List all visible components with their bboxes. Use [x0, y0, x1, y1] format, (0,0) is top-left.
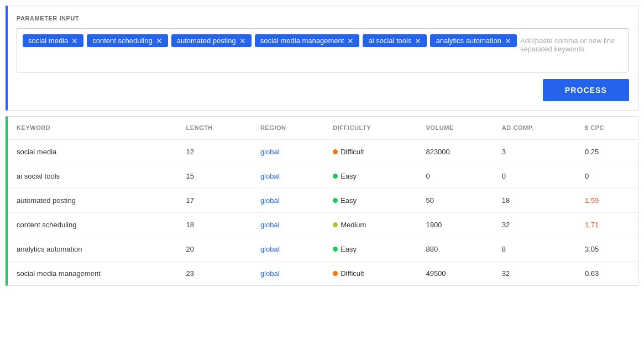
- difficulty-dot-0: [333, 149, 338, 154]
- cell-length-4: 20: [177, 237, 252, 262]
- difficulty-text-2: Easy: [341, 196, 357, 205]
- cell-volume-5: 49500: [417, 262, 493, 286]
- difficulty-dot-1: [333, 174, 338, 179]
- cell-length-3: 18: [177, 213, 252, 237]
- tag-social-media-remove[interactable]: ✕: [71, 37, 78, 45]
- col-ad-comp-: AD COMP.: [493, 117, 576, 139]
- tag-analytics-automation-label: analytics automation: [436, 36, 501, 45]
- cell-cpc-3: 1.71: [576, 213, 638, 237]
- cell-length-1: 15: [177, 164, 252, 189]
- cell-volume-4: 880: [417, 237, 493, 262]
- tag-ai-social-tools-remove[interactable]: ✕: [415, 37, 421, 45]
- table-row: social media12globalDifficult82300030.25: [8, 139, 638, 164]
- difficulty-badge-3: Medium: [333, 221, 366, 229]
- col-length: LENGTH: [177, 117, 252, 139]
- cell-region-1: global: [252, 164, 324, 189]
- tag-automated-posting-remove[interactable]: ✕: [239, 37, 246, 45]
- cell-cpc-0: 0.25: [576, 139, 638, 164]
- cell-difficulty-4: Easy: [324, 237, 417, 262]
- header-row: KEYWORDLENGTHREGIONDIFFICULTYVOLUMEAD CO…: [8, 117, 638, 139]
- tag-social-media: social media✕: [23, 34, 83, 47]
- cell-keyword-1: ai social tools: [8, 164, 177, 189]
- difficulty-badge-5: Difficult: [333, 269, 364, 278]
- cell-difficulty-1: Easy: [324, 164, 417, 189]
- cell-region-4: global: [252, 237, 324, 262]
- table-row: automated posting17globalEasy50181.59: [8, 189, 638, 213]
- cell-keyword-0: social media: [8, 139, 177, 164]
- cell-adcomp-5: 32: [493, 262, 576, 286]
- difficulty-badge-0: Difficult: [333, 148, 364, 156]
- cell-cpc-4: 3.05: [576, 237, 638, 262]
- difficulty-text-1: Easy: [341, 172, 357, 180]
- cell-volume-3: 1900: [417, 213, 493, 237]
- cell-volume-2: 50: [417, 189, 493, 213]
- cell-length-5: 23: [177, 262, 252, 286]
- difficulty-text-0: Difficult: [341, 148, 364, 156]
- cell-volume-1: 0: [417, 164, 493, 189]
- process-button[interactable]: PROCESS: [543, 79, 629, 101]
- tag-content-scheduling-label: content scheduling: [92, 36, 152, 45]
- section-title: PARAMETER INPUT: [17, 15, 629, 22]
- col---cpc: $ CPC: [576, 117, 638, 139]
- table-row: social media management23globalDifficult…: [8, 262, 638, 286]
- cell-length-2: 17: [177, 189, 252, 213]
- tag-ai-social-tools-label: ai social tools: [368, 36, 411, 45]
- tag-social-media-management: social media management✕: [255, 34, 360, 47]
- tag-content-scheduling-remove[interactable]: ✕: [156, 37, 163, 45]
- tag-automated-posting-label: automated posting: [177, 36, 236, 45]
- cell-length-0: 12: [177, 139, 252, 164]
- results-section: KEYWORDLENGTHREGIONDIFFICULTYVOLUMEAD CO…: [6, 116, 638, 286]
- tag-social-media-management-label: social media management: [260, 36, 344, 45]
- table-row: analytics automation20globalEasy88083.05: [8, 237, 638, 262]
- tag-content-scheduling: content scheduling✕: [87, 34, 167, 47]
- col-volume: VOLUME: [417, 117, 493, 139]
- cell-adcomp-4: 8: [493, 237, 576, 262]
- tags-input-area[interactable]: social media✕content scheduling✕automate…: [17, 28, 629, 72]
- cell-cpc-2: 1.59: [576, 189, 638, 213]
- tag-automated-posting: automated posting✕: [171, 34, 252, 47]
- tags-placeholder: Add/paste comma or new line separated ke…: [520, 34, 623, 55]
- cell-cpc-5: 0.63: [576, 262, 638, 286]
- cell-cpc-1: 0: [576, 164, 638, 189]
- col-region: REGION: [252, 117, 324, 139]
- table-row: content scheduling18globalMedium1900321.…: [8, 213, 638, 237]
- difficulty-text-5: Difficult: [341, 269, 364, 278]
- difficulty-text-3: Medium: [341, 221, 366, 229]
- cell-keyword-3: content scheduling: [8, 213, 177, 237]
- table-row: ai social tools15globalEasy000: [8, 164, 638, 189]
- cell-region-0: global: [252, 139, 324, 164]
- difficulty-dot-3: [333, 222, 338, 227]
- cell-region-5: global: [252, 262, 324, 286]
- process-btn-row: PROCESS: [17, 79, 629, 101]
- difficulty-badge-4: Easy: [333, 245, 357, 253]
- table-header: KEYWORDLENGTHREGIONDIFFICULTYVOLUMEAD CO…: [8, 117, 638, 139]
- cell-keyword-4: analytics automation: [8, 237, 177, 262]
- cell-adcomp-2: 18: [493, 189, 576, 213]
- cell-region-2: global: [252, 189, 324, 213]
- table-body: social media12globalDifficult82300030.25…: [8, 139, 638, 285]
- difficulty-text-4: Easy: [341, 245, 357, 253]
- cell-adcomp-3: 32: [493, 213, 576, 237]
- tag-analytics-automation-remove[interactable]: ✕: [505, 37, 511, 45]
- difficulty-dot-5: [333, 271, 338, 276]
- cell-difficulty-3: Medium: [324, 213, 417, 237]
- tag-social-media-label: social media: [28, 36, 68, 45]
- parameter-input-section: PARAMETER INPUT social media✕content sch…: [6, 6, 638, 111]
- cell-difficulty-2: Easy: [324, 189, 417, 213]
- results-table: KEYWORDLENGTHREGIONDIFFICULTYVOLUMEAD CO…: [8, 117, 638, 285]
- difficulty-badge-2: Easy: [333, 196, 357, 205]
- cell-adcomp-0: 3: [493, 139, 576, 164]
- cell-volume-0: 823000: [417, 139, 493, 164]
- tag-ai-social-tools: ai social tools✕: [363, 34, 427, 47]
- cell-keyword-2: automated posting: [8, 189, 177, 213]
- col-difficulty: DIFFICULTY: [324, 117, 417, 139]
- cell-region-3: global: [252, 213, 324, 237]
- cell-difficulty-0: Difficult: [324, 139, 417, 164]
- cell-keyword-5: social media management: [8, 262, 177, 286]
- tag-social-media-management-remove[interactable]: ✕: [347, 37, 354, 45]
- tag-analytics-automation: analytics automation✕: [430, 34, 517, 47]
- difficulty-dot-2: [333, 198, 338, 203]
- difficulty-dot-4: [333, 247, 338, 252]
- cell-adcomp-1: 0: [493, 164, 576, 189]
- cell-difficulty-5: Difficult: [324, 262, 417, 286]
